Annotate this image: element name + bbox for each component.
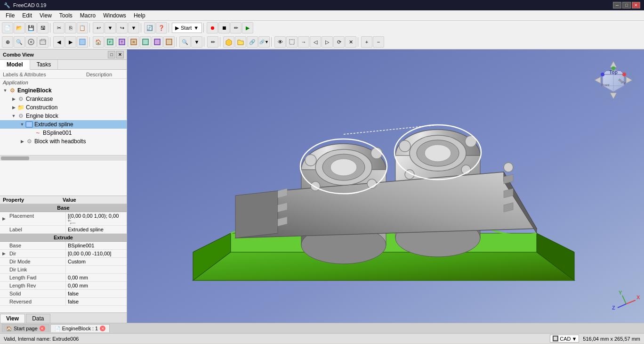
view-zoom-minus-button[interactable]: − [373, 36, 384, 48]
props-row-dir[interactable]: ▶ Dir [0,00 0,00 -110,00] [0, 250, 127, 258]
view-sync-button[interactable]: ⟳ [333, 36, 345, 48]
redo-button[interactable]: ↪ [116, 22, 128, 33]
macro-edit-button[interactable]: ✏ [230, 22, 242, 33]
combo-view-restore[interactable]: □ [108, 51, 115, 58]
tab-model[interactable]: Model [0, 60, 30, 70]
view-zoom-dropdown[interactable]: ▼ [191, 36, 202, 48]
menu-item-macro[interactable]: Macro [76, 11, 99, 20]
menu-item-help[interactable]: Help [130, 11, 149, 20]
view-left-button[interactable] [163, 36, 175, 48]
nav-cube[interactable]: Top Right Front [592, 59, 635, 101]
view-back-button[interactable] [140, 36, 151, 48]
startpage-close[interactable]: ✕ [40, 326, 45, 331]
new-button[interactable]: 📄 [2, 22, 13, 33]
stop-button[interactable]: ⏹ [218, 22, 230, 33]
tab-data[interactable]: Data [26, 314, 50, 323]
menu-item-edit[interactable]: Edit [18, 11, 36, 20]
refresh-button[interactable]: 🔄 [144, 22, 155, 33]
nav-fwd-button[interactable]: ▶ [65, 36, 76, 48]
view-goto-button[interactable]: → [298, 36, 309, 48]
minimize-button[interactable]: ─ [613, 2, 621, 8]
toolbar-area: 📄 📂 💾 🖫 ✂ ⎘ 📋 ↩ ▼ ↪ ▼ 🔄 ❓ ▶ Start ▼ ⏺ ⏹ … [0, 21, 644, 49]
stereo-button[interactable]: 👁 [274, 36, 286, 48]
doc-tab-engineblock[interactable]: 📄 EngineBlock : 1 ✕ [50, 324, 110, 332]
open-button[interactable]: 📂 [14, 22, 25, 33]
paste-button[interactable]: 📋 [77, 22, 88, 33]
view-bb-button[interactable] [286, 36, 298, 48]
view-fit-all-button[interactable]: ⊕ [2, 36, 13, 48]
tree-item-engineblock-child[interactable]: ▼ ⚙ Engine block [0, 112, 127, 120]
view-home-button[interactable]: 🏠 [93, 36, 104, 48]
props-row-dirlink[interactable]: Dir Link [0, 266, 127, 274]
close-button[interactable]: ✕ [632, 2, 640, 8]
tree-item-headbolts[interactable]: ▶ ⚙ Block with headbolts [0, 137, 127, 146]
view-zoom-plus-button[interactable]: + [361, 36, 372, 48]
view-fit-sel-button[interactable]: 🔍 [14, 36, 25, 48]
maximize-button[interactable]: □ [622, 2, 631, 8]
tree-item-construction[interactable]: ▶ 📁 Construction [0, 103, 127, 112]
props-row-lengthrev[interactable]: Length Rev 0,00 mm [0, 282, 127, 290]
cut-button[interactable]: ✂ [53, 22, 64, 33]
link-button[interactable]: 🔗 [247, 36, 258, 48]
tab-tasks[interactable]: Tasks [30, 60, 58, 69]
expander-engineblock-child[interactable]: ▼ [10, 113, 17, 119]
expand-placement[interactable]: ▶ [0, 212, 8, 225]
undo-dropdown[interactable]: ▼ [105, 22, 116, 33]
props-row-dirmode[interactable]: Dir Mode Custom [0, 258, 127, 266]
expand-dir[interactable]: ▶ [0, 250, 8, 257]
menu-item-windows[interactable]: Windows [99, 11, 130, 20]
view-nav2-button[interactable]: ▷ [322, 36, 333, 48]
menu-item-tools[interactable]: Tools [56, 11, 76, 20]
props-row-reversed[interactable]: Reversed false [0, 298, 127, 306]
view-top-button[interactable]: T [116, 36, 128, 48]
tree-item-bspline001[interactable]: ▶ ~ BSpline001 [0, 129, 127, 137]
view-zoom-win-button[interactable]: 🔍 [179, 36, 191, 48]
tab-view[interactable]: View [0, 314, 25, 323]
cad-dropdown-arrow[interactable]: ▼ [572, 336, 577, 342]
props-row-placement[interactable]: ▶ Placement [(0,00 0,00 1,00); 0,00 °;..… [0, 212, 127, 226]
tree-item-crankcase[interactable]: ▶ ⚙ Crankcase [0, 95, 127, 103]
props-row-label[interactable]: Label Extruded spline [0, 226, 127, 234]
view-nav1-button[interactable]: ◁ [310, 36, 321, 48]
menu-item-view[interactable]: View [36, 11, 56, 20]
view-style-button[interactable] [25, 36, 37, 48]
bounding-box-button[interactable] [37, 36, 48, 48]
workbench-dropdown[interactable]: ▶ Start ▼ [172, 23, 202, 33]
engineblock-close[interactable]: ✕ [100, 326, 105, 331]
tree-hscroll[interactable] [0, 155, 127, 161]
viewport[interactable]: X Y Z [127, 49, 644, 323]
redo-dropdown[interactable]: ▼ [128, 22, 139, 33]
undo-button[interactable]: ↩ [93, 22, 104, 33]
tree-item-extruded-spline[interactable]: ▼ Extruded spline [0, 120, 127, 129]
part-button[interactable] [223, 36, 234, 48]
view-right-button[interactable]: R [128, 36, 139, 48]
cad-indicator[interactable]: 🔲 CAD ▼ [550, 335, 579, 343]
expander-crankcase[interactable]: ▶ [10, 96, 17, 102]
expander-headbolts[interactable]: ▶ [19, 138, 25, 145]
help-button[interactable]: ❓ [156, 22, 167, 33]
link-group-button[interactable]: 🔗▼ [258, 36, 270, 48]
run-button[interactable]: ▶ [242, 22, 253, 33]
view-front-button[interactable]: F [105, 36, 116, 48]
view-bottom-button[interactable] [152, 36, 163, 48]
props-row-base[interactable]: Base BSpline001 [0, 242, 127, 250]
doc-tab-startpage[interactable]: 🏠 Start page ✕ [2, 324, 49, 332]
props-row-solid[interactable]: Solid false [0, 290, 127, 298]
props-row-lengthfwd[interactable]: Length Fwd 0,00 mm [0, 274, 127, 282]
record-button[interactable]: ⏺ [207, 22, 218, 33]
view-picker-button[interactable]: ✏ [207, 36, 218, 48]
nav-back-button[interactable]: ◀ [53, 36, 64, 48]
view-menu-button[interactable] [77, 36, 88, 48]
combo-view-close[interactable]: ✕ [116, 51, 124, 58]
view-stop-button[interactable]: ✕ [345, 36, 356, 48]
expander-engineblock[interactable]: ▼ [2, 87, 8, 94]
menu-item-file[interactable]: File [2, 11, 18, 20]
folder-button[interactable] [235, 36, 246, 48]
save-as-button[interactable]: 🖫 [37, 22, 48, 33]
copy-button[interactable]: ⎘ [65, 22, 76, 33]
tree-hscroll-thumb[interactable] [1, 156, 29, 160]
expander-extruded-spline[interactable]: ▼ [19, 121, 25, 128]
expander-construction[interactable]: ▶ [10, 104, 17, 111]
save-button[interactable]: 💾 [25, 22, 37, 33]
tree-item-engineblock[interactable]: ▼ ⚙ EngineBlock [0, 86, 127, 95]
